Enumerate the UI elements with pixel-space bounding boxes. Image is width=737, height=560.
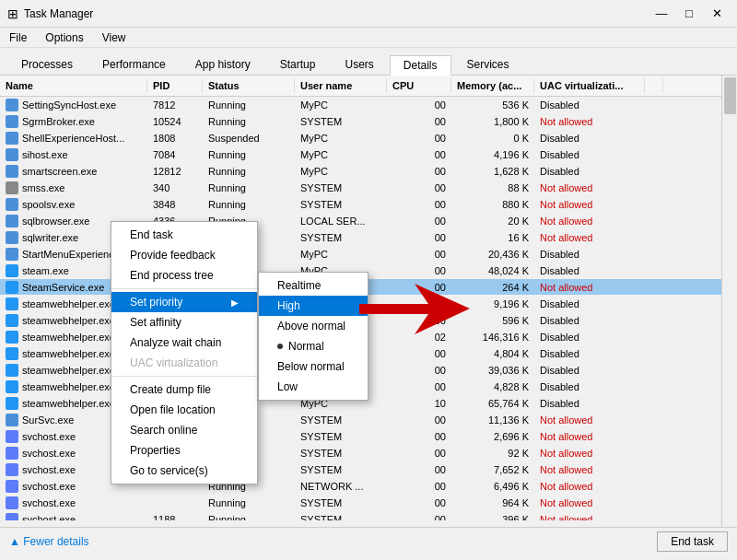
cell-status: Running xyxy=(203,514,295,521)
table-row[interactable]: svchost.exe Running SYSTEM 00 964 K Not … xyxy=(0,495,737,511)
cell-uac: Not allowed xyxy=(534,216,645,227)
cell-cpu: 00 xyxy=(387,133,451,144)
cell-uac: Disabled xyxy=(534,249,645,260)
close-button[interactable]: ✕ xyxy=(704,5,730,23)
menu-file[interactable]: File xyxy=(4,29,32,46)
col-name[interactable]: Name xyxy=(0,78,147,93)
cell-uac: Disabled xyxy=(534,381,645,392)
tab-bar: Processes Performance App history Startu… xyxy=(0,48,737,76)
priority-normal[interactable]: Normal xyxy=(259,336,368,356)
cell-memory: 536 K xyxy=(451,99,534,111)
table-row[interactable]: smss.exe 340 Running SYSTEM 00 88 K Not … xyxy=(0,180,737,196)
cell-memory: 65,764 K xyxy=(451,398,534,409)
menu-bar: File Options View xyxy=(0,28,737,48)
cell-user: MyPC xyxy=(295,99,387,111)
table-row[interactable]: svchost.exe 1188 Running SYSTEM 00 396 K… xyxy=(0,511,737,520)
table-row[interactable]: sihost.exe 7084 Running MyPC 00 4,196 K … xyxy=(0,146,737,163)
context-menu: End task Provide feedback End process tr… xyxy=(111,221,258,484)
priority-low[interactable]: Low xyxy=(259,377,368,397)
cell-cpu: 00 xyxy=(387,481,451,492)
cell-user: SYSTEM xyxy=(295,182,387,193)
cell-name: SgrmBroker.exe xyxy=(0,115,147,128)
cell-user: SYSTEM xyxy=(295,448,387,459)
ctx-analyze-wait-chain[interactable]: Analyze wait chain xyxy=(111,332,257,353)
priority-below-normal[interactable]: Below normal xyxy=(259,356,368,377)
scrollbar[interactable] xyxy=(721,76,737,527)
cell-user: LOCAL SER... xyxy=(295,216,387,227)
ctx-end-process-tree[interactable]: End process tree xyxy=(111,265,257,286)
cell-name: svchost.exe xyxy=(0,513,147,521)
priority-realtime[interactable]: Realtime xyxy=(259,275,368,296)
ctx-sep-1 xyxy=(111,288,257,289)
ctx-go-to-service[interactable]: Go to service(s) xyxy=(111,461,257,481)
cell-name: smss.exe xyxy=(0,181,147,194)
table-row[interactable]: SgrmBroker.exe 10524 Running SYSTEM 00 1… xyxy=(0,113,737,130)
table-row[interactable]: spoolsv.exe 3848 Running SYSTEM 00 880 K… xyxy=(0,196,737,213)
col-user[interactable]: User name xyxy=(295,78,387,93)
cell-cpu: 00 xyxy=(387,249,451,260)
scrollbar-thumb[interactable] xyxy=(724,77,736,114)
footer: ▲ Fewer details End task xyxy=(0,527,737,554)
cell-memory: 20,436 K xyxy=(451,249,534,260)
col-cpu[interactable]: CPU xyxy=(387,78,451,93)
tab-startup[interactable]: Startup xyxy=(266,54,330,75)
maximize-button[interactable]: □ xyxy=(676,5,702,23)
cell-uac: Disabled xyxy=(534,265,645,276)
cell-uac: Not allowed xyxy=(534,514,645,521)
cell-memory: 1,800 K xyxy=(451,116,534,127)
title-bar: ⊞ Task Manager — □ ✕ xyxy=(0,0,737,28)
cell-memory: 4,804 K xyxy=(451,348,534,359)
cell-memory: 964 K xyxy=(451,497,534,508)
cell-user: SYSTEM xyxy=(295,497,387,508)
submenu-arrow: ▶ xyxy=(231,298,239,308)
cell-cpu: 00 xyxy=(387,315,451,326)
table-row[interactable]: smartscreen.exe 12812 Running MyPC 00 1,… xyxy=(0,163,737,180)
ctx-set-priority[interactable]: Set priority ▶ xyxy=(111,292,257,312)
col-status[interactable]: Status xyxy=(203,78,295,93)
cell-cpu: 00 xyxy=(387,298,451,309)
ctx-create-dump[interactable]: Create dump file xyxy=(111,379,257,400)
cell-memory: 92 K xyxy=(451,448,534,459)
cell-uac: Disabled xyxy=(534,332,645,343)
cell-cpu: 00 xyxy=(387,497,451,508)
cell-user: SYSTEM xyxy=(295,431,387,442)
cell-memory: 4,828 K xyxy=(451,381,534,392)
menu-view[interactable]: View xyxy=(97,29,132,46)
tab-users[interactable]: Users xyxy=(331,54,387,75)
cell-status: Running xyxy=(203,116,295,127)
col-uac[interactable]: UAC virtualizati... xyxy=(534,78,645,93)
end-task-button[interactable]: End task xyxy=(657,531,728,552)
fewer-details-button[interactable]: ▲ Fewer details xyxy=(9,535,89,548)
cell-name: sihost.exe xyxy=(0,148,147,161)
table-row[interactable]: ShellExperienceHost... 1808 Suspended My… xyxy=(0,130,737,146)
cell-user: MyPC xyxy=(295,149,387,160)
ctx-end-task[interactable]: End task xyxy=(111,225,257,245)
minimize-button[interactable]: — xyxy=(649,5,674,23)
tab-app-history[interactable]: App history xyxy=(181,54,264,75)
cell-uac: Disabled xyxy=(534,166,645,177)
tab-details[interactable]: Details xyxy=(390,55,451,76)
col-memory[interactable]: Memory (ac... xyxy=(451,78,534,93)
cell-cpu: 00 xyxy=(387,232,451,243)
normal-dot xyxy=(277,344,283,349)
cell-pid: 12812 xyxy=(147,166,203,177)
cell-pid: 1808 xyxy=(147,133,203,144)
table-row[interactable]: SettingSyncHost.exe 7812 Running MyPC 00… xyxy=(0,97,737,113)
priority-high[interactable]: High xyxy=(259,296,368,316)
tab-processes[interactable]: Processes xyxy=(7,54,87,75)
priority-submenu: Realtime High Above normal Normal Below … xyxy=(258,272,368,401)
cell-cpu: 00 xyxy=(387,216,451,227)
cell-uac: Not allowed xyxy=(534,464,645,475)
tab-performance[interactable]: Performance xyxy=(88,54,180,75)
ctx-provide-feedback[interactable]: Provide feedback xyxy=(111,245,257,265)
ctx-search-online[interactable]: Search online xyxy=(111,420,257,440)
cell-uac: Not allowed xyxy=(534,414,645,426)
priority-above-normal[interactable]: Above normal xyxy=(259,316,368,336)
tab-services[interactable]: Services xyxy=(453,54,523,75)
col-pid[interactable]: PID xyxy=(147,78,203,93)
menu-options[interactable]: Options xyxy=(40,29,88,46)
ctx-properties[interactable]: Properties xyxy=(111,440,257,461)
cell-memory: 596 K xyxy=(451,315,534,326)
ctx-set-affinity[interactable]: Set affinity xyxy=(111,312,257,332)
ctx-open-file-location[interactable]: Open file location xyxy=(111,400,257,420)
